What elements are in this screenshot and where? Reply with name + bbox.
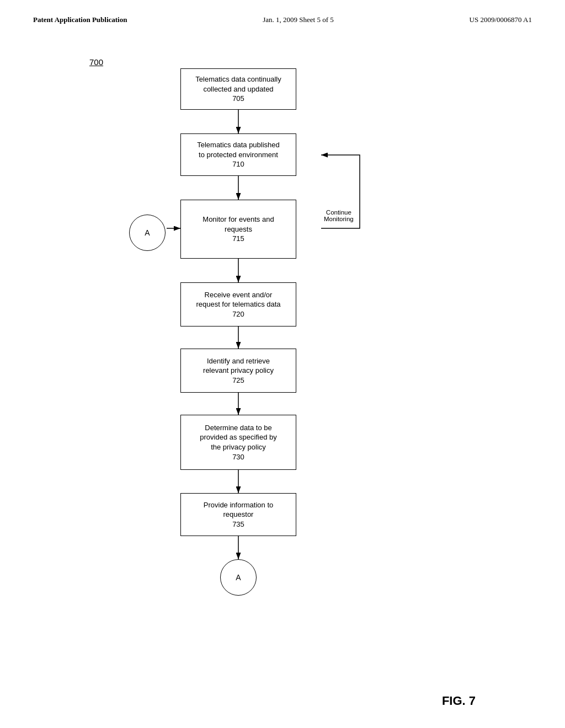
flow-label-700: 700: [89, 57, 103, 67]
continue-monitoring-label: ContinueMonitoring: [324, 209, 354, 222]
header-left: Patent Application Publication: [33, 15, 127, 24]
fig-label: FIG. 7: [442, 694, 476, 708]
box-735: Provide information torequestor735: [180, 493, 296, 536]
circle-a-bottom: A: [220, 559, 257, 596]
diagram-area: 700 Telematics data continuallycollected…: [89, 41, 476, 675]
circle-a-top: A: [129, 215, 166, 251]
box-705-text: Telematics data continuallycollected and…: [195, 74, 281, 104]
box-715-text: Monitor for events andrequests715: [202, 215, 274, 244]
circle-a-bottom-label: A: [236, 573, 241, 582]
box-730-text: Determine data to beprovided as specifie…: [200, 423, 276, 462]
box-725-text: Identify and retrieverelevant privacy po…: [203, 356, 274, 386]
box-720-text: Receive event and/orrequest for telemati…: [196, 290, 280, 319]
header-right: US 2009/0006870 A1: [470, 15, 532, 24]
page-header: Patent Application Publication Jan. 1, 2…: [0, 0, 565, 30]
box-715: Monitor for events andrequests715: [180, 200, 296, 259]
box-710-text: Telematics data publishedto protected en…: [197, 140, 280, 169]
box-705: Telematics data continuallycollected and…: [180, 68, 296, 110]
box-730: Determine data to beprovided as specifie…: [180, 415, 296, 470]
header-center: Jan. 1, 2009 Sheet 5 of 5: [263, 15, 334, 24]
box-720: Receive event and/orrequest for telemati…: [180, 282, 296, 326]
box-735-text: Provide information torequestor735: [204, 500, 273, 529]
box-710: Telematics data publishedto protected en…: [180, 133, 296, 176]
circle-a-top-label: A: [145, 228, 150, 237]
box-725: Identify and retrieverelevant privacy po…: [180, 349, 296, 393]
